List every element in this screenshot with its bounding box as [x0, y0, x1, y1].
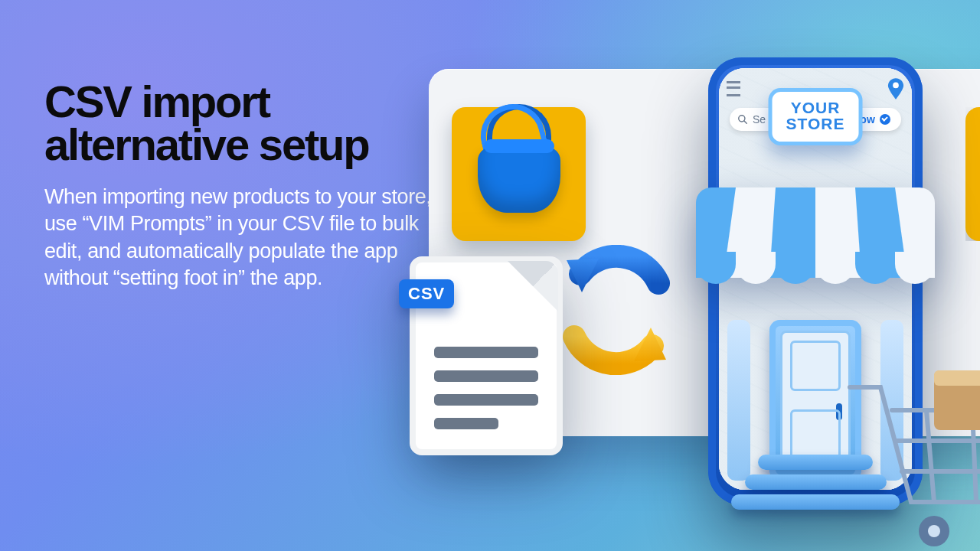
svg-line-6 — [926, 410, 934, 502]
sync-arrows-icon — [551, 245, 681, 375]
check-icon — [880, 114, 890, 125]
csv-tag: CSV — [399, 279, 454, 308]
copy-block: CSV import alternative setup When import… — [44, 80, 458, 292]
csv-document-icon: CSV — [410, 256, 563, 455]
location-pin-icon — [887, 78, 904, 99]
promo-slide: CSV import alternative setup When import… — [0, 0, 980, 551]
svg-point-2 — [893, 83, 899, 89]
search-icon — [737, 114, 748, 125]
product-tile — [452, 107, 586, 241]
product-tile — [965, 107, 980, 241]
body-text: When importing new products to your stor… — [44, 184, 443, 293]
svg-line-4 — [744, 121, 747, 124]
menu-icon — [727, 81, 740, 96]
search-placeholder: Se — [753, 113, 766, 126]
bag-icon — [478, 147, 560, 213]
svg-point-16 — [928, 525, 940, 537]
shopping-cart-icon — [819, 357, 980, 551]
headline: CSV import alternative setup — [44, 80, 458, 167]
store-sign: YOUR STORE — [769, 88, 863, 145]
csv-lines — [434, 347, 538, 429]
svg-rect-13 — [934, 370, 980, 386]
